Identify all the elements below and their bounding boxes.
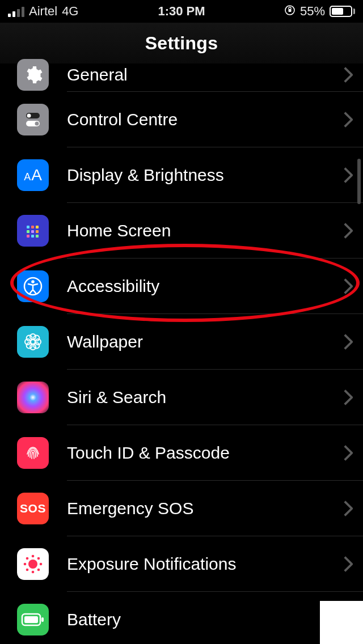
row-display-brightness[interactable]: AA Display & Brightness xyxy=(0,147,363,203)
white-overlay xyxy=(320,601,363,644)
chevron-right-icon xyxy=(344,223,353,239)
status-bar: Airtel 4G 1:30 PM 55% xyxy=(0,0,363,23)
battery-icon xyxy=(17,604,49,635)
gear-icon xyxy=(17,59,49,91)
svg-rect-10 xyxy=(31,230,34,233)
accessibility-icon xyxy=(17,270,49,302)
row-home-screen[interactable]: Home Screen xyxy=(0,203,363,259)
row-label: General xyxy=(67,65,344,84)
row-siri-search[interactable]: Siri & Search xyxy=(0,370,363,425)
chevron-right-icon xyxy=(344,445,353,461)
svg-point-23 xyxy=(33,336,39,341)
page-title: Settings xyxy=(145,33,218,54)
row-label: Home Screen xyxy=(67,221,344,240)
row-exposure-notifications[interactable]: Exposure Notifications xyxy=(0,536,363,592)
svg-rect-37 xyxy=(41,617,44,622)
settings-screen: Airtel 4G 1:30 PM 55% Settings General xyxy=(0,0,363,644)
svg-point-18 xyxy=(30,334,36,340)
svg-point-22 xyxy=(27,336,32,341)
fingerprint-icon xyxy=(17,437,49,469)
svg-point-24 xyxy=(27,342,32,348)
sos-icon: SOS xyxy=(17,493,49,524)
clock: 1:30 PM xyxy=(158,4,205,19)
chevron-right-icon xyxy=(344,556,353,572)
battery-percent: 55% xyxy=(300,4,325,19)
svg-point-26 xyxy=(28,560,37,569)
svg-rect-7 xyxy=(31,226,34,228)
row-accessibility[interactable]: Accessibility xyxy=(0,259,363,314)
row-general[interactable]: General xyxy=(0,58,363,92)
svg-rect-6 xyxy=(27,226,29,228)
row-label: Display & Brightness xyxy=(67,166,344,185)
svg-point-16 xyxy=(31,280,35,283)
settings-list[interactable]: General Control Centre AA Display & Brig… xyxy=(0,58,363,644)
row-label: Wallpaper xyxy=(67,332,344,351)
chevron-right-icon xyxy=(344,278,353,294)
grid-icon xyxy=(17,215,49,247)
svg-point-32 xyxy=(37,557,40,560)
svg-point-5 xyxy=(35,122,39,126)
orientation-lock-icon xyxy=(284,5,296,19)
svg-rect-14 xyxy=(36,235,39,238)
row-label: Touch ID & Passcode xyxy=(67,443,344,463)
siri-icon xyxy=(17,382,49,413)
signal-icon xyxy=(8,6,24,17)
battery-icon xyxy=(330,6,355,17)
svg-point-29 xyxy=(24,563,27,566)
svg-point-28 xyxy=(32,571,35,574)
carrier-label: Airtel xyxy=(29,4,57,19)
row-touch-id[interactable]: Touch ID & Passcode xyxy=(0,425,363,481)
svg-point-30 xyxy=(40,563,43,566)
row-emergency-sos[interactable]: SOS Emergency SOS xyxy=(0,481,363,536)
svg-rect-1 xyxy=(288,9,291,12)
row-label: Exposure Notifications xyxy=(67,554,344,574)
row-label: Control Centre xyxy=(67,110,344,129)
svg-rect-11 xyxy=(36,230,39,233)
svg-point-3 xyxy=(27,114,31,118)
row-label: Accessibility xyxy=(67,277,344,296)
svg-rect-8 xyxy=(36,226,39,228)
svg-point-20 xyxy=(25,339,31,345)
toggle-icon xyxy=(17,104,49,135)
row-battery[interactable]: Battery xyxy=(0,592,363,644)
chevron-right-icon xyxy=(344,389,353,405)
chevron-right-icon xyxy=(344,167,353,183)
svg-point-34 xyxy=(37,569,40,571)
svg-point-31 xyxy=(26,557,29,560)
status-left: Airtel 4G xyxy=(8,4,78,19)
flower-icon xyxy=(17,326,49,358)
chevron-right-icon xyxy=(344,112,353,128)
row-label: Battery xyxy=(67,610,353,629)
chevron-right-icon xyxy=(344,67,353,83)
text-size-icon: AA xyxy=(17,159,49,191)
svg-rect-12 xyxy=(27,235,29,238)
svg-rect-36 xyxy=(24,616,38,623)
chevron-right-icon xyxy=(344,334,353,350)
status-right: 55% xyxy=(284,4,355,19)
svg-point-33 xyxy=(26,569,29,571)
svg-point-27 xyxy=(32,555,35,558)
svg-rect-9 xyxy=(27,230,29,233)
chevron-right-icon xyxy=(344,501,353,516)
exposure-icon xyxy=(17,548,49,580)
svg-point-19 xyxy=(30,344,36,350)
svg-point-21 xyxy=(35,339,41,345)
row-control-centre[interactable]: Control Centre xyxy=(0,92,363,147)
row-label: Siri & Search xyxy=(67,388,344,407)
row-wallpaper[interactable]: Wallpaper xyxy=(0,314,363,370)
svg-rect-13 xyxy=(31,235,34,238)
svg-point-25 xyxy=(33,342,39,348)
network-label: 4G xyxy=(62,4,78,19)
row-label: Emergency SOS xyxy=(67,499,344,518)
scroll-indicator xyxy=(357,159,361,204)
